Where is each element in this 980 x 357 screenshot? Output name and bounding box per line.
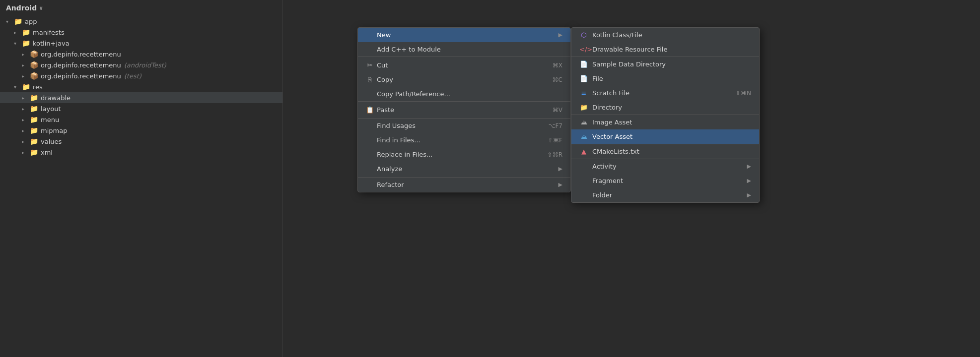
menu-item-analyze-left: Analyze (366, 165, 402, 173)
menu-label-find-files: Find in Files... (377, 136, 420, 144)
tree-item-menu[interactable]: ▸ 📁 menu (0, 114, 282, 125)
context-menu-item-find-usages[interactable]: Find Usages ⌥F7 (358, 118, 570, 133)
context-menu-item-add-cpp[interactable]: Add C++ to Module (358, 42, 570, 57)
context-menu-item-new[interactable]: New ▶ (358, 28, 570, 42)
tree-label-pkg-android-test: org.depinfo.recettemenu (41, 61, 121, 69)
scratch-file-shortcut: ⇧⌘N (736, 90, 751, 97)
scratch-file-icon: ≡ (579, 89, 588, 97)
submenu-label-kotlin-class: Kotlin Class/File (592, 31, 642, 39)
submenu-item-folder[interactable]: Folder ▶ (571, 188, 759, 202)
tree-arrow-layout: ▸ (22, 106, 30, 112)
tree-arrow-pkg-main: ▸ (22, 52, 30, 57)
submenu-item-cmake[interactable]: ▲ CMakeLists.txt (571, 144, 759, 159)
context-menu-item-paste[interactable]: 📋 Paste ⌘V (358, 103, 570, 117)
tree-arrow-pkg-android-test: ▸ (22, 62, 30, 68)
menu-label-copy: Copy (377, 76, 393, 83)
menu-label-add-cpp: Add C++ to Module (377, 46, 441, 53)
menu-item-copy-path-left: Copy Path/Reference... (366, 90, 450, 98)
tree-item-mipmap[interactable]: ▸ 📁 mipmap (0, 125, 282, 136)
context-menu-item-copy-path[interactable]: Copy Path/Reference... (358, 87, 570, 102)
submenu-item-kotlin-class[interactable]: ⬡ Kotlin Class/File (571, 28, 759, 42)
submenu-item-drawable-resource[interactable]: </> Drawable Resource File (571, 42, 759, 57)
submenu-sample-data-dir-left: 📄 Sample Data Directory (579, 60, 666, 68)
directory-icon: 📁 (579, 104, 588, 111)
submenu-label-image-asset: Image Asset (592, 119, 632, 126)
context-menu-item-find-files[interactable]: Find in Files... ⇧⌘F (358, 133, 570, 147)
menu-label-replace-files: Replace in Files... (377, 151, 432, 158)
submenu-label-scratch-file: Scratch File (592, 89, 630, 97)
analyze-arrow-icon: ▶ (559, 166, 562, 172)
submenu-vector-asset-left: ⛰ Vector Asset (579, 133, 632, 140)
sidebar-title: Android (6, 4, 37, 12)
context-menu-item-replace-files[interactable]: Replace in Files... ⇧⌘R (358, 147, 570, 162)
tree-item-pkg-android-test[interactable]: ▸ 📦 org.depinfo.recettemenu (androidTest… (0, 60, 282, 70)
submenu-cmake-left: ▲ CMakeLists.txt (579, 148, 639, 155)
menu-label-analyze: Analyze (377, 165, 402, 173)
submenu-label-cmake: CMakeLists.txt (592, 148, 639, 155)
context-menu-area: New ▶ Add C++ to Module ✂ Cut ⌘X ⎘ Copy (283, 0, 980, 357)
tree-item-xml[interactable]: ▸ 📁 xml (0, 147, 282, 158)
activity-arrow-icon: ▶ (747, 163, 751, 170)
submenu-item-directory[interactable]: 📁 Directory (571, 100, 759, 115)
tree-label-pkg-main: org.depinfo.recettemenu (41, 51, 121, 58)
submenu-item-sample-data-dir[interactable]: 📄 Sample Data Directory (571, 57, 759, 71)
tree-item-kotlin-java[interactable]: ▾ 📁 kotlin+java (0, 38, 282, 49)
tree-item-drawable[interactable]: ▸ 📁 drawable (0, 92, 282, 103)
submenu-label-vector-asset: Vector Asset (592, 133, 632, 140)
menu-item-new-left: New (366, 31, 391, 39)
submenu-activity-left: Activity (579, 163, 617, 170)
pkg-icon-android-test: 📦 (30, 61, 38, 69)
sidebar: Android ∨ ▾ 📁 app ▸ 📁 manifests ▾ 📁 kotl… (0, 0, 283, 357)
tree-label-mipmap: mipmap (41, 127, 67, 134)
menu-item-find-usages-left: Find Usages (366, 122, 416, 129)
submenu-fragment-left: Fragment (579, 177, 623, 184)
sample-data-dir-icon: 📄 (579, 60, 588, 68)
tree-item-layout[interactable]: ▸ 📁 layout (0, 103, 282, 114)
tree-item-res[interactable]: ▾ 📁 res (0, 81, 282, 92)
tree-arrow-xml: ▸ (22, 150, 30, 155)
vector-asset-icon: ⛰ (579, 133, 588, 140)
folder-icon-menu: 📁 (30, 116, 38, 123)
submenu-label-folder: Folder (592, 191, 612, 199)
menu-item-add-cpp-left: Add C++ to Module (366, 46, 441, 53)
sidebar-chevron-icon[interactable]: ∨ (39, 5, 43, 11)
tree-arrow-values: ▸ (22, 139, 30, 144)
tree-item-manifests[interactable]: ▸ 📁 manifests (0, 27, 282, 38)
submenu-label-directory: Directory (592, 104, 622, 111)
menu-label-cut: Cut (377, 61, 388, 69)
fragment-arrow-icon: ▶ (747, 178, 751, 184)
menu-item-cut-left: ✂ Cut (366, 61, 388, 69)
tree-arrow-drawable: ▸ (22, 95, 30, 101)
tree-item-pkg-main[interactable]: ▸ 📦 org.depinfo.recettemenu (0, 49, 282, 60)
tree-label-menu: menu (41, 116, 59, 123)
submenu-item-vector-asset[interactable]: ⛰ Vector Asset (571, 129, 759, 144)
folder-icon-xml: 📁 (30, 148, 38, 156)
tree-item-app[interactable]: ▾ 📁 app (0, 16, 282, 27)
submenu-item-activity[interactable]: Activity ▶ (571, 159, 759, 174)
tree-item-values[interactable]: ▸ 📁 values (0, 136, 282, 147)
tree-label-xml: xml (41, 149, 53, 156)
sidebar-header: Android ∨ (0, 0, 282, 16)
context-menu-item-refactor[interactable]: Refactor ▶ (358, 177, 570, 192)
context-menu-item-cut[interactable]: ✂ Cut ⌘X (358, 58, 570, 72)
tree-label-kotlin-java: kotlin+java (33, 40, 70, 47)
context-menu-item-copy[interactable]: ⎘ Copy ⌘C (358, 72, 570, 87)
pkg-android-test-suffix: (androidTest) (124, 61, 166, 69)
replace-files-shortcut: ⇧⌘R (548, 151, 562, 158)
tree-item-pkg-test[interactable]: ▸ 📦 org.depinfo.recettemenu (test) (0, 70, 282, 81)
submenu-item-image-asset[interactable]: ⛰ Image Asset (571, 115, 759, 129)
find-usages-shortcut: ⌥F7 (549, 122, 562, 129)
copy-shortcut: ⌘C (553, 76, 562, 83)
submenu-label-drawable-resource: Drawable Resource File (592, 46, 667, 53)
submenu-item-file[interactable]: 📄 File (571, 71, 759, 86)
menu-item-refactor-left: Refactor (366, 181, 404, 188)
submenu-label-fragment: Fragment (592, 177, 623, 184)
submenu-item-fragment[interactable]: Fragment ▶ (571, 174, 759, 188)
context-menu-item-analyze[interactable]: Analyze ▶ (358, 162, 570, 176)
menu-item-replace-files-left: Replace in Files... (366, 151, 432, 158)
tree-arrow-manifests: ▸ (14, 30, 22, 35)
submenu-item-scratch-file[interactable]: ≡ Scratch File ⇧⌘N (571, 86, 759, 100)
folder-arrow-icon: ▶ (747, 192, 751, 198)
submenu-kotlin-class-left: ⬡ Kotlin Class/File (579, 31, 642, 39)
tree-label-res: res (33, 83, 43, 91)
